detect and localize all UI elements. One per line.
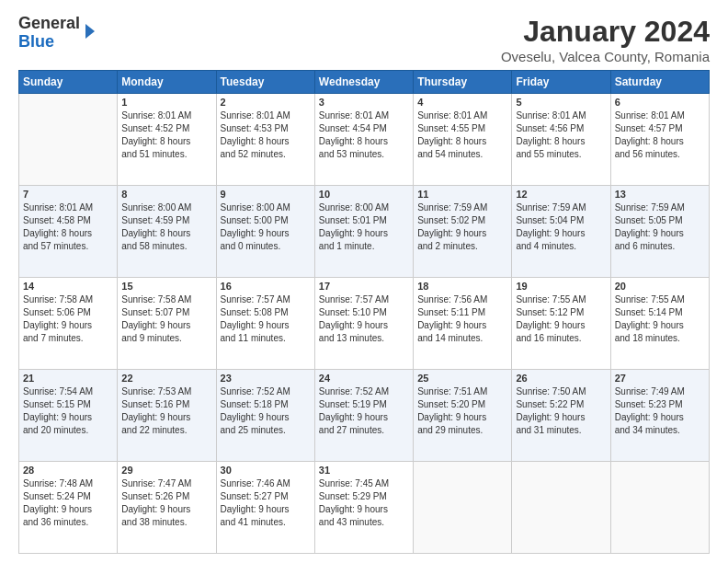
calendar-cell: 13Sunrise: 7:59 AMSunset: 5:05 PMDayligh… (610, 186, 709, 278)
day-info: Sunrise: 7:52 AMSunset: 5:18 PMDaylight:… (221, 385, 311, 437)
calendar-week-2: 7Sunrise: 8:01 AMSunset: 4:58 PMDaylight… (19, 186, 710, 278)
day-number: 15 (121, 281, 211, 292)
calendar-cell: 31Sunrise: 7:45 AMSunset: 5:29 PMDayligh… (314, 462, 413, 554)
day-info: Sunrise: 7:46 AMSunset: 5:27 PMDaylight:… (221, 477, 311, 529)
day-info: Sunrise: 7:58 AMSunset: 5:06 PMDaylight:… (23, 293, 113, 345)
day-number: 5 (516, 97, 606, 108)
day-info: Sunrise: 7:53 AMSunset: 5:16 PMDaylight:… (121, 385, 211, 437)
calendar-cell: 14Sunrise: 7:58 AMSunset: 5:06 PMDayligh… (19, 278, 118, 370)
logo-icon (82, 22, 97, 40)
calendar-table: SundayMondayTuesdayWednesdayThursdayFrid… (18, 70, 710, 554)
day-number: 22 (121, 373, 211, 384)
calendar-cell: 16Sunrise: 7:57 AMSunset: 5:08 PMDayligh… (216, 278, 314, 370)
calendar-cell: 23Sunrise: 7:52 AMSunset: 5:18 PMDayligh… (216, 370, 314, 462)
calendar-cell: 7Sunrise: 8:01 AMSunset: 4:58 PMDaylight… (19, 186, 118, 278)
day-number: 17 (319, 281, 409, 292)
day-info: Sunrise: 8:00 AMSunset: 5:00 PMDaylight:… (221, 201, 311, 253)
day-info: Sunrise: 8:01 AMSunset: 4:57 PMDaylight:… (615, 109, 705, 161)
day-number: 28 (23, 465, 113, 476)
calendar-cell: 3Sunrise: 8:01 AMSunset: 4:54 PMDaylight… (314, 94, 413, 186)
calendar-cell: 9Sunrise: 8:00 AMSunset: 5:00 PMDaylight… (216, 186, 314, 278)
calendar-week-3: 14Sunrise: 7:58 AMSunset: 5:06 PMDayligh… (19, 278, 710, 370)
day-info: Sunrise: 8:01 AMSunset: 4:55 PMDaylight:… (417, 109, 507, 161)
calendar-cell: 6Sunrise: 8:01 AMSunset: 4:57 PMDaylight… (610, 94, 709, 186)
day-number: 25 (417, 373, 507, 384)
logo-general: General (18, 15, 80, 33)
day-number: 31 (319, 465, 409, 476)
calendar-week-4: 21Sunrise: 7:54 AMSunset: 5:15 PMDayligh… (19, 370, 710, 462)
title-block: January 2024 Oveselu, Valcea County, Rom… (501, 15, 710, 64)
calendar-cell: 18Sunrise: 7:56 AMSunset: 5:11 PMDayligh… (414, 278, 512, 370)
day-number: 11 (417, 189, 507, 200)
day-info: Sunrise: 8:01 AMSunset: 4:58 PMDaylight:… (23, 201, 113, 253)
calendar-cell: 15Sunrise: 7:58 AMSunset: 5:07 PMDayligh… (118, 278, 216, 370)
day-info: Sunrise: 7:47 AMSunset: 5:26 PMDaylight:… (121, 477, 211, 529)
day-number: 21 (23, 373, 113, 384)
day-number: 1 (121, 97, 211, 108)
day-info: Sunrise: 8:00 AMSunset: 5:01 PMDaylight:… (319, 201, 409, 253)
calendar-cell: 28Sunrise: 7:48 AMSunset: 5:24 PMDayligh… (19, 462, 118, 554)
day-number: 29 (121, 465, 211, 476)
day-info: Sunrise: 8:01 AMSunset: 4:53 PMDaylight:… (221, 109, 311, 161)
day-info: Sunrise: 8:01 AMSunset: 4:56 PMDaylight:… (516, 109, 606, 161)
weekday-header-sunday: Sunday (19, 71, 118, 94)
day-info: Sunrise: 7:52 AMSunset: 5:19 PMDaylight:… (319, 385, 409, 437)
svg-marker-0 (85, 24, 95, 39)
weekday-header-friday: Friday (512, 71, 610, 94)
calendar-cell: 21Sunrise: 7:54 AMSunset: 5:15 PMDayligh… (19, 370, 118, 462)
day-info: Sunrise: 7:56 AMSunset: 5:11 PMDaylight:… (417, 293, 507, 345)
day-number: 24 (319, 373, 409, 384)
day-info: Sunrise: 7:49 AMSunset: 5:23 PMDaylight:… (615, 385, 705, 437)
day-number: 30 (221, 465, 311, 476)
day-info: Sunrise: 7:57 AMSunset: 5:08 PMDaylight:… (221, 293, 311, 345)
day-info: Sunrise: 7:59 AMSunset: 5:02 PMDaylight:… (417, 201, 507, 253)
day-number: 10 (319, 189, 409, 200)
day-number: 3 (319, 97, 409, 108)
day-info: Sunrise: 7:55 AMSunset: 5:12 PMDaylight:… (516, 293, 606, 345)
day-info: Sunrise: 7:48 AMSunset: 5:24 PMDaylight:… (23, 477, 113, 529)
day-number: 12 (516, 189, 606, 200)
month-title: January 2024 (501, 15, 710, 49)
calendar-cell: 22Sunrise: 7:53 AMSunset: 5:16 PMDayligh… (118, 370, 216, 462)
day-number: 13 (615, 189, 705, 200)
day-info: Sunrise: 7:58 AMSunset: 5:07 PMDaylight:… (121, 293, 211, 345)
logo: General Blue (18, 15, 97, 52)
day-info: Sunrise: 8:01 AMSunset: 4:54 PMDaylight:… (319, 109, 409, 161)
calendar-cell (610, 462, 709, 554)
calendar-cell: 10Sunrise: 8:00 AMSunset: 5:01 PMDayligh… (314, 186, 413, 278)
calendar-cell (414, 462, 512, 554)
header: General Blue January 2024 Oveselu, Valce… (18, 15, 710, 64)
day-number: 2 (221, 97, 311, 108)
calendar-cell: 27Sunrise: 7:49 AMSunset: 5:23 PMDayligh… (610, 370, 709, 462)
day-info: Sunrise: 7:55 AMSunset: 5:14 PMDaylight:… (615, 293, 705, 345)
day-info: Sunrise: 8:01 AMSunset: 4:52 PMDaylight:… (121, 109, 211, 161)
day-info: Sunrise: 7:50 AMSunset: 5:22 PMDaylight:… (516, 385, 606, 437)
day-number: 27 (615, 373, 705, 384)
day-number: 19 (516, 281, 606, 292)
subtitle: Oveselu, Valcea County, Romania (501, 49, 710, 64)
calendar-week-5: 28Sunrise: 7:48 AMSunset: 5:24 PMDayligh… (19, 462, 710, 554)
day-info: Sunrise: 7:59 AMSunset: 5:05 PMDaylight:… (615, 201, 705, 253)
weekday-header-wednesday: Wednesday (314, 71, 413, 94)
calendar-cell: 20Sunrise: 7:55 AMSunset: 5:14 PMDayligh… (610, 278, 709, 370)
calendar-cell: 17Sunrise: 7:57 AMSunset: 5:10 PMDayligh… (314, 278, 413, 370)
calendar-cell: 1Sunrise: 8:01 AMSunset: 4:52 PMDaylight… (118, 94, 216, 186)
weekday-header-thursday: Thursday (414, 71, 512, 94)
day-info: Sunrise: 7:57 AMSunset: 5:10 PMDaylight:… (319, 293, 409, 345)
day-number: 16 (221, 281, 311, 292)
calendar-cell: 19Sunrise: 7:55 AMSunset: 5:12 PMDayligh… (512, 278, 610, 370)
day-number: 18 (417, 281, 507, 292)
weekday-header-saturday: Saturday (610, 71, 709, 94)
calendar-cell: 30Sunrise: 7:46 AMSunset: 5:27 PMDayligh… (216, 462, 314, 554)
calendar-cell: 8Sunrise: 8:00 AMSunset: 4:59 PMDaylight… (118, 186, 216, 278)
day-info: Sunrise: 8:00 AMSunset: 4:59 PMDaylight:… (121, 201, 211, 253)
day-number: 6 (615, 97, 705, 108)
calendar-cell: 24Sunrise: 7:52 AMSunset: 5:19 PMDayligh… (314, 370, 413, 462)
day-number: 4 (417, 97, 507, 108)
page: General Blue January 2024 Oveselu, Valce… (0, 0, 728, 563)
weekday-header-monday: Monday (118, 71, 216, 94)
calendar-cell (19, 94, 118, 186)
calendar-cell: 4Sunrise: 8:01 AMSunset: 4:55 PMDaylight… (414, 94, 512, 186)
calendar-cell: 25Sunrise: 7:51 AMSunset: 5:20 PMDayligh… (414, 370, 512, 462)
calendar-cell (512, 462, 610, 554)
